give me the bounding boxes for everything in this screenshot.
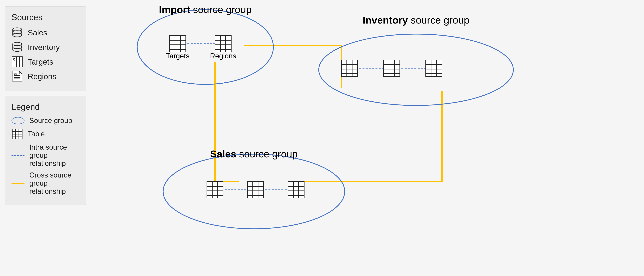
legend-table-label: Table [28,130,45,138]
import-group-bold: Import [159,4,190,15]
inventory-label: Inventory [28,43,60,52]
legend-intra-label: Intra source group relationship [29,143,79,167]
targets-label: Targets [28,58,53,66]
sales-table-3 [288,182,304,198]
legend-source-group: Source group [12,117,79,125]
legend-source-group-label: Source group [29,117,72,125]
legend-title: Legend [12,102,79,112]
oval-legend-icon [12,117,24,124]
csv-icon-regions: csv [12,71,23,82]
source-item-regions: csv Regions [12,71,79,82]
inventory-table-3 [426,60,442,76]
svg-rect-23 [14,75,20,76]
inventory-group-rest: source group [411,15,470,26]
svg-text:Sales
       source group: Sales source group [210,148,298,159]
import-targets-label: Targets [166,52,189,60]
sales-group-bold: Sales [210,148,236,159]
sales-group-rest: source group [239,148,298,159]
svg-text:Import
       source group: Import source group [159,4,252,15]
database-icon-inventory [12,42,23,53]
svg-text:X: X [13,57,15,61]
svg-text:csv: csv [14,73,18,75]
svg-text:Inventory
       source group: Inventory source group [363,15,470,26]
sales-label: Sales [28,28,47,37]
svg-rect-25 [14,79,20,79]
source-item-inventory: Inventory [12,42,79,53]
diagram-area: Import source group Targets Regions [91,0,644,276]
inventory-table-2 [384,60,400,76]
source-item-sales: Sales [12,27,79,38]
svg-point-33 [137,10,273,84]
line-blue-icon [12,155,24,156]
legend-box: Legend Source group Table I [5,96,86,205]
sales-table-2 [248,182,264,198]
source-item-targets: X Targets [12,56,79,68]
excel-icon-targets: X [12,56,23,68]
legend-intra: Intra source group relationship [12,143,79,167]
inventory-table-1 [342,60,358,76]
svg-rect-24 [14,77,20,78]
import-regions-label: Regions [210,52,236,60]
inventory-group-bold: Inventory [363,15,408,26]
regions-label: Regions [28,72,56,81]
sources-title: Sources [12,12,79,22]
line-gold-icon [12,183,24,184]
sources-box: Sources Sales [5,7,86,91]
table-legend-icon [12,128,23,140]
legend-table: Table [12,128,79,140]
left-panel: Sources Sales [0,0,91,211]
legend-cross-label: Cross source group relationship [29,171,79,195]
import-targets-table [170,36,186,52]
database-icon-sales [12,27,23,38]
legend-cross: Cross source group relationship [12,171,79,195]
sales-table-1 [207,182,223,198]
import-regions-table [215,36,231,52]
import-group-rest: source group [193,4,252,15]
